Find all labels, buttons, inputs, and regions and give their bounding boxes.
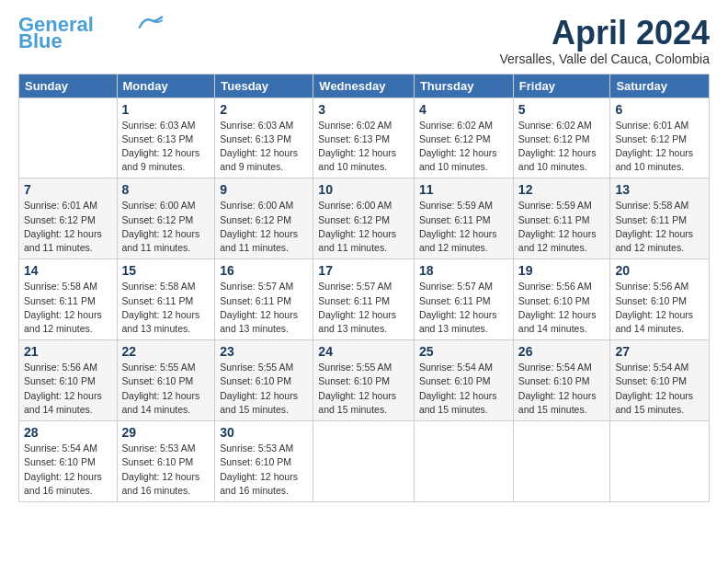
calendar-cell <box>610 421 710 502</box>
calendar-cell: 1Sunrise: 6:03 AM Sunset: 6:13 PM Daylig… <box>117 98 215 178</box>
day-info: Sunrise: 5:57 AM Sunset: 6:11 PM Dayligh… <box>220 280 308 336</box>
day-info: Sunrise: 5:54 AM Sunset: 6:10 PM Dayligh… <box>419 361 508 417</box>
day-info: Sunrise: 5:59 AM Sunset: 6:11 PM Dayligh… <box>518 199 606 255</box>
day-number: 10 <box>318 182 409 197</box>
calendar-cell: 3Sunrise: 6:02 AM Sunset: 6:13 PM Daylig… <box>313 98 415 178</box>
calendar-cell: 13Sunrise: 5:58 AM Sunset: 6:11 PM Dayli… <box>610 178 710 259</box>
calendar-week-row: 28Sunrise: 5:54 AM Sunset: 6:10 PM Dayli… <box>19 421 710 502</box>
day-number: 19 <box>518 263 606 278</box>
day-info: Sunrise: 6:03 AM Sunset: 6:13 PM Dayligh… <box>220 119 308 175</box>
day-number: 11 <box>419 182 508 197</box>
day-info: Sunrise: 6:00 AM Sunset: 6:12 PM Dayligh… <box>122 199 210 255</box>
day-number: 7 <box>24 182 112 197</box>
calendar-cell: 18Sunrise: 5:57 AM Sunset: 6:11 PM Dayli… <box>414 259 513 340</box>
day-info: Sunrise: 6:02 AM Sunset: 6:13 PM Dayligh… <box>318 119 409 175</box>
day-number: 24 <box>318 344 409 359</box>
calendar-week-row: 7Sunrise: 6:01 AM Sunset: 6:12 PM Daylig… <box>19 178 710 259</box>
calendar-cell: 19Sunrise: 5:56 AM Sunset: 6:10 PM Dayli… <box>513 259 610 340</box>
day-info: Sunrise: 6:02 AM Sunset: 6:12 PM Dayligh… <box>419 119 508 175</box>
calendar-cell: 21Sunrise: 5:56 AM Sunset: 6:10 PM Dayli… <box>19 340 118 421</box>
calendar-cell: 25Sunrise: 5:54 AM Sunset: 6:10 PM Dayli… <box>414 340 513 421</box>
calendar-week-row: 21Sunrise: 5:56 AM Sunset: 6:10 PM Dayli… <box>19 340 710 421</box>
day-number: 1 <box>122 102 210 117</box>
calendar-cell: 26Sunrise: 5:54 AM Sunset: 6:10 PM Dayli… <box>513 340 610 421</box>
calendar-cell <box>414 421 513 502</box>
day-number: 16 <box>220 263 308 278</box>
calendar-cell: 11Sunrise: 5:59 AM Sunset: 6:11 PM Dayli… <box>414 178 513 259</box>
day-number: 28 <box>24 425 112 440</box>
day-number: 15 <box>122 263 210 278</box>
day-number: 17 <box>318 263 409 278</box>
calendar-week-row: 1Sunrise: 6:03 AM Sunset: 6:13 PM Daylig… <box>19 98 710 178</box>
day-info: Sunrise: 6:02 AM Sunset: 6:12 PM Dayligh… <box>518 119 606 175</box>
calendar-cell: 8Sunrise: 6:00 AM Sunset: 6:12 PM Daylig… <box>117 178 215 259</box>
day-number: 14 <box>24 263 112 278</box>
weekday-header-saturday: Saturday <box>610 74 710 98</box>
day-info: Sunrise: 5:58 AM Sunset: 6:11 PM Dayligh… <box>122 280 210 336</box>
day-info: Sunrise: 5:54 AM Sunset: 6:10 PM Dayligh… <box>518 361 606 417</box>
calendar-cell: 20Sunrise: 5:56 AM Sunset: 6:10 PM Dayli… <box>610 259 710 340</box>
day-info: Sunrise: 5:55 AM Sunset: 6:10 PM Dayligh… <box>220 361 308 417</box>
logo-bird-icon <box>138 15 164 31</box>
calendar-cell: 4Sunrise: 6:02 AM Sunset: 6:12 PM Daylig… <box>414 98 513 178</box>
day-number: 3 <box>318 102 409 117</box>
calendar-cell: 9Sunrise: 6:00 AM Sunset: 6:12 PM Daylig… <box>215 178 313 259</box>
calendar-cell: 28Sunrise: 5:54 AM Sunset: 6:10 PM Dayli… <box>19 421 118 502</box>
day-number: 4 <box>419 102 508 117</box>
weekday-header-sunday: Sunday <box>19 74 118 98</box>
calendar-table: SundayMondayTuesdayWednesdayThursdayFrid… <box>18 74 710 502</box>
calendar-cell: 10Sunrise: 6:00 AM Sunset: 6:12 PM Dayli… <box>313 178 415 259</box>
day-number: 21 <box>24 344 112 359</box>
day-number: 22 <box>122 344 210 359</box>
calendar-cell: 30Sunrise: 5:53 AM Sunset: 6:10 PM Dayli… <box>215 421 313 502</box>
day-number: 29 <box>122 425 210 440</box>
calendar-cell: 6Sunrise: 6:01 AM Sunset: 6:12 PM Daylig… <box>610 98 710 178</box>
day-info: Sunrise: 5:59 AM Sunset: 6:11 PM Dayligh… <box>419 199 508 255</box>
calendar-week-row: 14Sunrise: 5:58 AM Sunset: 6:11 PM Dayli… <box>19 259 710 340</box>
day-number: 2 <box>220 102 308 117</box>
weekday-header-row: SundayMondayTuesdayWednesdayThursdayFrid… <box>19 74 710 98</box>
day-info: Sunrise: 5:56 AM Sunset: 6:10 PM Dayligh… <box>518 280 606 336</box>
calendar-cell: 2Sunrise: 6:03 AM Sunset: 6:13 PM Daylig… <box>215 98 313 178</box>
day-info: Sunrise: 5:54 AM Sunset: 6:10 PM Dayligh… <box>24 442 112 498</box>
day-info: Sunrise: 5:53 AM Sunset: 6:10 PM Dayligh… <box>122 442 210 498</box>
calendar-cell: 5Sunrise: 6:02 AM Sunset: 6:12 PM Daylig… <box>513 98 610 178</box>
calendar-cell: 12Sunrise: 5:59 AM Sunset: 6:11 PM Dayli… <box>513 178 610 259</box>
day-number: 18 <box>419 263 508 278</box>
calendar-cell: 24Sunrise: 5:55 AM Sunset: 6:10 PM Dayli… <box>313 340 415 421</box>
weekday-header-wednesday: Wednesday <box>313 74 415 98</box>
month-title: April 2024 <box>499 15 710 52</box>
logo: General Blue <box>18 15 164 52</box>
calendar-cell <box>19 98 118 178</box>
day-number: 6 <box>615 102 704 117</box>
day-number: 30 <box>220 425 308 440</box>
weekday-header-monday: Monday <box>117 74 215 98</box>
day-number: 5 <box>518 102 606 117</box>
day-number: 23 <box>220 344 308 359</box>
day-info: Sunrise: 5:56 AM Sunset: 6:10 PM Dayligh… <box>24 361 112 417</box>
day-number: 25 <box>419 344 508 359</box>
day-info: Sunrise: 5:58 AM Sunset: 6:11 PM Dayligh… <box>24 280 112 336</box>
title-area: April 2024 Versalles, Valle del Cauca, C… <box>499 15 710 66</box>
calendar-cell <box>313 421 415 502</box>
day-number: 26 <box>518 344 606 359</box>
calendar-cell: 7Sunrise: 6:01 AM Sunset: 6:12 PM Daylig… <box>19 178 118 259</box>
calendar-cell: 23Sunrise: 5:55 AM Sunset: 6:10 PM Dayli… <box>215 340 313 421</box>
calendar-cell: 15Sunrise: 5:58 AM Sunset: 6:11 PM Dayli… <box>117 259 215 340</box>
calendar-cell: 17Sunrise: 5:57 AM Sunset: 6:11 PM Dayli… <box>313 259 415 340</box>
weekday-header-tuesday: Tuesday <box>215 74 313 98</box>
day-info: Sunrise: 5:53 AM Sunset: 6:10 PM Dayligh… <box>220 442 308 498</box>
logo-blue-text: Blue <box>18 29 63 52</box>
day-info: Sunrise: 6:00 AM Sunset: 6:12 PM Dayligh… <box>220 199 308 255</box>
day-info: Sunrise: 6:01 AM Sunset: 6:12 PM Dayligh… <box>24 199 112 255</box>
day-number: 8 <box>122 182 210 197</box>
calendar-cell: 14Sunrise: 5:58 AM Sunset: 6:11 PM Dayli… <box>19 259 118 340</box>
page-header: General Blue April 2024 Versalles, Valle… <box>18 15 710 66</box>
day-number: 13 <box>615 182 704 197</box>
day-info: Sunrise: 5:55 AM Sunset: 6:10 PM Dayligh… <box>122 361 210 417</box>
calendar-cell <box>513 421 610 502</box>
day-number: 9 <box>220 182 308 197</box>
calendar-cell: 29Sunrise: 5:53 AM Sunset: 6:10 PM Dayli… <box>117 421 215 502</box>
day-number: 20 <box>615 263 704 278</box>
day-info: Sunrise: 5:56 AM Sunset: 6:10 PM Dayligh… <box>615 280 704 336</box>
